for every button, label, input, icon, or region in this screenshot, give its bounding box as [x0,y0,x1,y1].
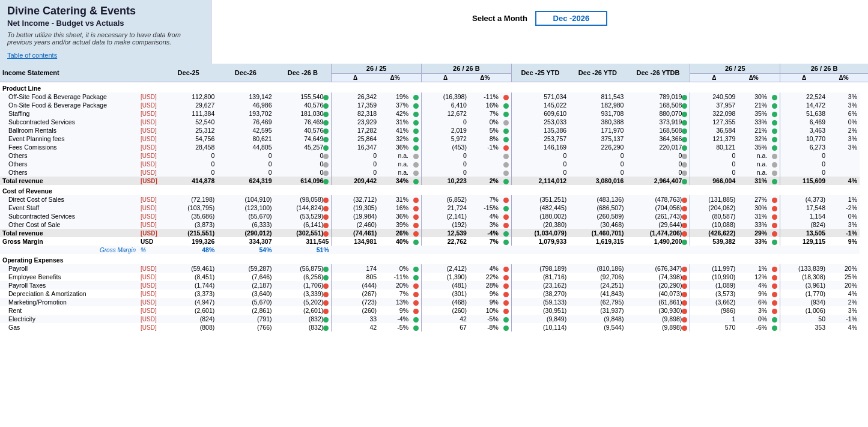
row-label: Subcontracted Services [0,118,138,126]
indicator-dot [323,309,329,314]
indicator-dot [503,275,509,280]
p2626b-val: 7% [469,195,501,204]
dec26-val: (3,640) [217,289,274,298]
indicator-dot [323,137,329,142]
indicator-dot [413,309,419,314]
p_ytd2625-val: 3% [738,306,769,315]
indicator-dot [323,231,329,237]
dec25ytd-val: 0 [511,168,569,177]
indicator-dot [503,145,509,151]
p_ytd2626b-val: 3% [828,92,860,101]
section-header-row: Operating Expenses [0,254,868,264]
d2625-val: 16,347 [332,143,379,151]
indicator-dot [413,206,419,211]
dec25ytd-val: (1,034,079) [511,229,569,237]
ind_ytd2625-val [769,264,780,273]
p_ytd2626b-val [828,160,860,168]
dec26ytdb-val: 220,017 [626,143,690,151]
d_ytd2626b-val: (824) [780,220,828,229]
ind2626b-val [501,135,512,143]
d2626b-val: 5,972 [422,135,469,143]
indicator-dot [682,103,687,109]
p_ytd2626b-val: 1% [828,195,860,204]
dec26b-val: (1,706) [275,281,332,289]
p_ytd2625-val: 6% [738,298,769,306]
ind_ytd2625-val [769,220,780,229]
indicator-dot [503,103,509,109]
d2625-val: 805 [332,273,379,281]
dec25-val: 28,458 [160,143,217,151]
ind2626b-val [501,273,512,281]
indicator-dot [682,292,687,297]
d_ytd2626b-val: (3,961) [780,281,828,289]
dec26ytd-val: (30,468) [569,220,626,229]
p2626b-val: -8% [469,323,501,332]
d_ytd2626b-val: (1,770) [780,289,828,298]
p2625-val: 39% [379,220,411,229]
row-unit: [USD] [138,229,160,237]
table-row: Payroll [USD] (59,461) (59,287) (56,875)… [0,264,868,273]
d2626b-val: 22,762 [422,237,469,246]
p_ytd2625-val: -6% [738,323,769,332]
dec26b-val: (5,202) [275,298,332,306]
indicator-dot [682,198,687,203]
row-label: Event Staff [0,204,138,212]
dec26b-val: 40,576 [275,101,332,109]
p2625-val: 20% [379,281,411,289]
col-2626b-header: 26 / 26 B [422,64,512,74]
dec26ytd-val: (810,186) [569,264,626,273]
p2626b-val: 10% [469,306,501,315]
month-selector[interactable]: Dec -2026 [535,11,607,26]
dec26ytdb-val: 0 [626,160,690,168]
dec26-val: (766) [217,323,274,332]
ind2625-val [411,273,422,281]
dec25-val: 54,756 [160,135,217,143]
indicator-dot [772,317,777,323]
indicator-dot [323,283,329,289]
p_ytd2625-val: n.a. [738,151,769,160]
indicator-dot [503,317,509,323]
ind_ytd2625-val [769,298,780,306]
row-unit: [USD] [138,143,160,151]
indicator-dot [682,145,687,151]
indicator-dot [503,137,509,142]
dec26ytdb-val: (261,743) [626,212,690,220]
indicator-dot [682,129,687,134]
dec26ytd-val: (1,460,701) [569,229,626,237]
dec25ytd-val: (9,849) [511,315,569,323]
d2625-val: 0 [332,151,379,160]
d_ytd2626b-val: (934) [780,298,828,306]
indicator-dot [772,129,777,134]
table-row: Others [USD] 0 0 0 0 n.a. 0 0 0 0 0 n.a.… [0,168,868,177]
d_ytd2626b-val: 50 [780,315,828,323]
indicator-dot [503,326,509,331]
d2626b-val: 42 [422,315,469,323]
d_ytd2626b-val: (4,373) [780,195,828,204]
p2625-val: 13% [379,298,411,306]
dec26ytdb-val: 168,508 [626,101,690,109]
ind2626b-val [501,289,512,298]
p_ytd2626b-val: 2% [828,126,860,135]
table-row: Rent [USD] (2,601) (2,861) (2,601) (260)… [0,306,868,315]
dec26b-val: 311,545 [275,237,332,246]
p2626b-val: 4% [469,212,501,220]
dec26b-val: (53,529) [275,212,332,220]
subh-d2: Δ [422,74,469,82]
ind2625-val [411,212,422,220]
col-dec26ytdb-header: Dec -26 YTDB [626,64,690,82]
d2626b-val: (468) [422,298,469,306]
ind2625-val [411,151,422,160]
d_ytd2625-val: (204,062) [690,204,738,212]
row-label: Gross Margin [0,237,138,246]
dec26-val: (2,861) [217,306,274,315]
d_ytd2625-val: 966,004 [690,177,738,185]
toc-link[interactable]: Table of contents [7,52,57,59]
dec26b-val: 40,576 [275,126,332,135]
col-dec26ytd-header: Dec -26 YTD [569,64,626,82]
p2626b-val: 7% [469,237,501,246]
table-row: Gas [USD] (808) (766) (832) 42 -5% 67 -8… [0,323,868,332]
indicator-dot [772,267,777,272]
dec26ytd-val: 380,388 [569,118,626,126]
p2625-val: 42% [379,109,411,118]
indicator-dot [413,214,419,220]
